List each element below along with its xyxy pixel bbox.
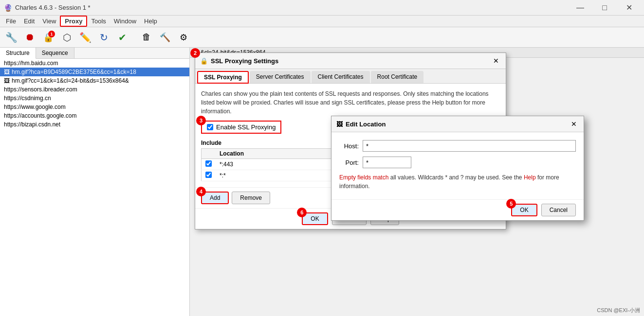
item-text: hm.gif?cc=1&ck=1&cl=24-bit&ds=1536x864&: [12, 77, 129, 84]
tab-root-cert[interactable]: Root Certificate: [371, 71, 424, 83]
edit-icon: 🖼: [336, 121, 343, 128]
pencil-btn[interactable]: ✏️: [77, 29, 93, 46]
list-item-google-accounts[interactable]: https://accounts.google.com: [0, 111, 189, 120]
list-item-csdnimg[interactable]: https://csdnimg.cn: [0, 94, 189, 103]
menu-window[interactable]: Window: [110, 17, 140, 26]
ssl-info-text: Charles can show you the plain text cont…: [201, 89, 500, 116]
ssl-dialog-title: 🔒 SSL Proxying Settings: [200, 57, 278, 65]
list-item-sensors[interactable]: https://sensors.ibreader.com: [0, 85, 189, 94]
menu-edit[interactable]: Edit: [20, 17, 38, 26]
sidebar-list: https://hm.baidu.com 🖼 hm.gif?hca=B9D458…: [0, 59, 189, 316]
img-icon2: 🖼: [4, 77, 10, 84]
list-item-google[interactable]: https://www.google.com: [0, 103, 189, 111]
list-item-hm1[interactable]: 🖼 hm.gif?hca=B9D4589C2BE375E6&cc=1&ck=18: [0, 68, 189, 76]
img-icon: 🖼: [4, 69, 10, 75]
title-bar: 🔮 Charles 4.6.3 - Session 1 * — □ ✕: [0, 0, 644, 16]
menu-tools[interactable]: Tools: [87, 17, 110, 26]
tab-ssl-proxying[interactable]: SSL Proxying: [197, 71, 249, 84]
port-field-row: Port:: [331, 157, 584, 168]
menu-proxy[interactable]: Proxy: [60, 16, 87, 27]
tab-structure[interactable]: Structure: [0, 48, 36, 59]
sidebar-tabs: Structure Sequence: [0, 48, 189, 59]
port-label: Port:: [339, 159, 359, 166]
edit-cancel-btn[interactable]: Cancel: [541, 204, 576, 216]
edit-dialog-titlebar: 🖼 Edit Location ✕: [331, 116, 584, 132]
port-input[interactable]: [363, 157, 411, 168]
annotation-4: 4: [196, 187, 206, 196]
badge-1: 1: [48, 31, 55, 37]
menu-view[interactable]: View: [38, 17, 60, 26]
menu-help[interactable]: Help: [140, 17, 161, 26]
ssl-dialog-tabs: SSL Proxying Server Certificates Client …: [195, 69, 506, 84]
stop-btn[interactable]: ⬡: [58, 29, 75, 46]
item-text: https://csdnimg.cn: [4, 95, 51, 102]
list-item-bizapi[interactable]: https://bizapi.csdn.net: [0, 120, 189, 129]
record-btn[interactable]: ⏺: [21, 29, 38, 46]
item-text: https://www.google.com: [4, 104, 66, 110]
trash-btn[interactable]: 🗑: [138, 29, 155, 46]
row-443-checkbox[interactable]: [205, 160, 212, 167]
sidebar: Structure Sequence https://hm.baidu.com …: [0, 48, 190, 316]
main-layout: Structure Sequence https://hm.baidu.com …: [0, 48, 644, 316]
enable-ssl-label: Enable SSL Proxying: [216, 123, 276, 131]
annotation-3: 3: [196, 116, 206, 125]
ssl-dialog-close[interactable]: ✕: [491, 56, 501, 66]
toolbar: 🔧 ⏺ 🔒 1 ⬡ ✏️ ↻ ✔ 🗑 🔨 ⚙: [0, 27, 644, 48]
menu-bar: File Edit View Proxy Tools Window Help: [0, 16, 644, 27]
watermark: CSDN @EXI-小洲: [597, 307, 640, 314]
enable-ssl-checkbox[interactable]: [207, 124, 213, 130]
tab-client-certs[interactable]: Client Certificates: [312, 71, 370, 83]
item-text: https://sensors.ibreader.com: [4, 86, 77, 93]
host-label: Host:: [339, 142, 359, 150]
hint-text: Empty fields match all values. Wildcards…: [331, 173, 584, 191]
content-area: =1&cl=24-bit&ds=1536x864... 2 🔒 SSL Prox…: [190, 48, 644, 316]
item-text: hm.gif?hca=B9D4589C2BE375E6&cc=1&ck=18: [12, 69, 136, 75]
edit-dialog-buttons: 5 OK Cancel: [331, 199, 584, 220]
tools-btn[interactable]: 🔨: [157, 29, 173, 46]
check-btn[interactable]: ✔: [114, 29, 130, 46]
item-text: https://hm.baidu.com: [4, 60, 58, 67]
lock-btn[interactable]: 🔒 1: [40, 29, 56, 46]
edit-dialog-close[interactable]: ✕: [569, 119, 579, 129]
host-input[interactable]: [363, 140, 576, 152]
minimize-btn[interactable]: —: [569, 0, 591, 16]
edit-dialog-body: Host: Port: Empty fields match all value…: [331, 132, 584, 199]
tab-server-certs[interactable]: Server Certificates: [250, 71, 311, 83]
host-field-row: Host:: [331, 140, 584, 152]
edit-location-dialog: 🖼 Edit Location ✕ Host: Port: Empty fiel…: [331, 116, 584, 221]
ssl-icon: 🔒: [200, 57, 208, 65]
item-text: https://bizapi.csdn.net: [4, 121, 60, 128]
edit-dialog-title: 🖼 Edit Location: [336, 121, 386, 128]
maximize-btn[interactable]: □: [593, 0, 616, 16]
list-item-hm2[interactable]: 🖼 hm.gif?cc=1&ck=1&cl=24-bit&ds=1536x864…: [0, 76, 189, 85]
ssl-dialog-titlebar: 🔒 SSL Proxying Settings ✕: [195, 53, 506, 69]
list-item-baidu[interactable]: https://hm.baidu.com: [0, 59, 189, 68]
tab-sequence[interactable]: Sequence: [36, 48, 74, 58]
annotation-2: 2: [190, 48, 200, 58]
refresh-btn[interactable]: ↻: [95, 29, 112, 46]
app-icon: 🔮: [4, 4, 12, 12]
close-btn[interactable]: ✕: [618, 0, 640, 16]
item-text: https://accounts.google.com: [4, 112, 76, 119]
row-all-checkbox[interactable]: [205, 172, 212, 178]
settings-btn[interactable]: ⚙: [175, 29, 192, 46]
wand-tool-btn[interactable]: 🔧: [3, 29, 19, 46]
app-title: Charles 4.6.3 - Session 1 *: [15, 4, 91, 11]
ssl-remove-btn[interactable]: Remove: [232, 192, 270, 204]
menu-file[interactable]: File: [2, 17, 20, 26]
